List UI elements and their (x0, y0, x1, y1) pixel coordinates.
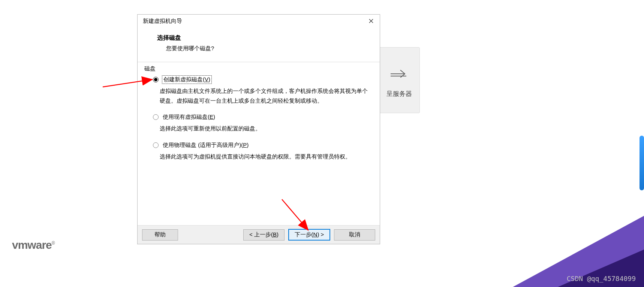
dialog-title: 新建虚拟机向导 (143, 18, 362, 25)
page-scrollbar-thumb[interactable] (640, 136, 644, 190)
new-vm-wizard-dialog: 新建虚拟机向导 选择磁盘 您要使用哪个磁盘? 磁盘 创建新虚拟磁盘(V) 虚拟磁… (137, 14, 380, 244)
step-question: 您要使用哪个磁盘? (157, 45, 374, 52)
disk-group: 磁盘 创建新虚拟磁盘(V) 虚拟磁盘由主机文件系统上的一个或多个文件组成，客户机… (138, 62, 380, 225)
dialog-titlebar: 新建虚拟机向导 (138, 15, 380, 27)
option-desc: 虚拟磁盘由主机文件系统上的一个或多个文件组成，客户机操作系统会将其视为单个硬盘。… (160, 86, 373, 105)
close-button[interactable] (362, 15, 380, 27)
group-label: 磁盘 (144, 65, 373, 72)
option-label: 使用物理磁盘 (适用于高级用户)(P) (163, 142, 249, 149)
cancel-button[interactable]: 取消 (334, 229, 375, 241)
option-label: 使用现有虚拟磁盘(E) (163, 114, 215, 121)
radio-use-existing-disk[interactable] (153, 114, 159, 120)
radio-use-physical-disk[interactable] (153, 142, 159, 148)
option-create-new-disk[interactable]: 创建新虚拟磁盘(V) 虚拟磁盘由主机文件系统上的一个或多个文件组成，客户机操作系… (151, 76, 373, 105)
bg-card-label: 呈服务器 (386, 90, 412, 98)
wizard-header: 选择磁盘 您要使用哪个磁盘? (138, 27, 380, 62)
close-icon (369, 19, 373, 23)
vmware-logo: vmware® (12, 239, 55, 251)
step-title: 选择磁盘 (157, 34, 374, 42)
next-button[interactable]: 下一步(N) > (288, 229, 330, 241)
export-icon (390, 63, 409, 81)
option-desc: 选择此选项可为虚拟机提供直接访问本地硬盘的权限。需要具有管理员特权。 (160, 152, 373, 161)
help-button[interactable]: 帮助 (142, 229, 178, 241)
watermark-text: CSDN @qq_45784099 (567, 275, 636, 283)
option-desc: 选择此选项可重新使用以前配置的磁盘。 (160, 124, 373, 133)
bg-server-card: 呈服务器 (379, 47, 420, 113)
option-label: 创建新虚拟磁盘(V) (163, 76, 211, 83)
back-button[interactable]: < 上一步(B) (243, 229, 285, 241)
option-use-existing-disk[interactable]: 使用现有虚拟磁盘(E) 选择此选项可重新使用以前配置的磁盘。 (151, 114, 373, 133)
radio-create-new-disk[interactable] (153, 77, 159, 82)
option-use-physical-disk[interactable]: 使用物理磁盘 (适用于高级用户)(P) 选择此选项可为虚拟机提供直接访问本地硬盘… (151, 142, 373, 161)
wizard-footer: 帮助 < 上一步(B) 下一步(N) > 取消 (138, 225, 380, 244)
